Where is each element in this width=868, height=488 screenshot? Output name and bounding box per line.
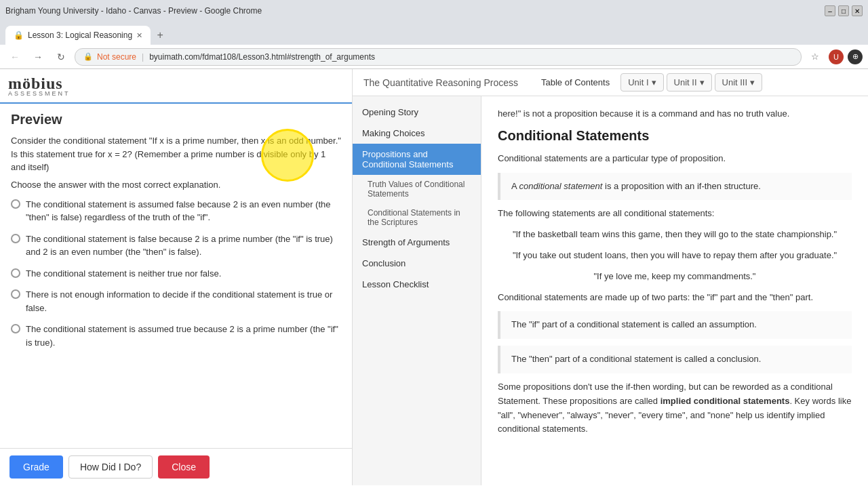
option-radio-4[interactable] <box>11 289 20 299</box>
toc-item-propositions[interactable]: Propositions and Conditional Statements <box>353 144 481 175</box>
title-bar: Brigham Young University - Idaho - Canva… <box>0 0 868 22</box>
option-item-5: The conditional statement is assumed tru… <box>11 323 341 349</box>
unit3-dropdown-icon: ▾ <box>750 77 755 87</box>
mobius-brand-sub: ASSESSMENT <box>8 90 71 97</box>
course-title: The Quantitative Reasoning Process <box>363 77 518 88</box>
unit2-dropdown-icon: ▾ <box>700 77 705 87</box>
maximize-button[interactable]: □ <box>838 5 849 16</box>
question-container: Consider the conditional statement "If x… <box>11 134 341 174</box>
blockquote-text-2: The "if" part of a conditional statement… <box>511 319 757 329</box>
option-item-1: The conditional statement is assumed fal… <box>11 198 341 224</box>
right-panel: The Quantitative Reasoning Process Table… <box>353 69 868 485</box>
option-text-2: The conditional statement is false becau… <box>26 232 341 259</box>
nav-unit-1[interactable]: Unit I ▾ <box>620 73 663 92</box>
close-window-button[interactable]: ✕ <box>852 5 863 16</box>
address-input[interactable]: 🔒 Not secure | byuimath.com/fdmat108/Les… <box>75 48 802 66</box>
course-nav-items: Table of Contents Unit I ▾ Unit II ▾ Uni… <box>532 73 764 92</box>
toc-item-making-choices[interactable]: Making Choices <box>353 123 481 144</box>
tab-close-button[interactable]: ✕ <box>136 31 142 40</box>
option-radio-2[interactable] <box>11 234 20 243</box>
bold-implied: implied conditional statements <box>660 396 790 406</box>
bottom-action-bar: Grade How Did I Do? Close <box>0 448 352 485</box>
preview-title: Preview <box>11 112 341 127</box>
option-item-2: The conditional statement is false becau… <box>11 232 341 259</box>
section-title-conditional: Conditional Statements <box>498 128 852 144</box>
blockquote-text-1: A conditional statement is a proposition… <box>511 181 761 191</box>
option-text-4: There is not enough information to decid… <box>26 288 341 314</box>
tab-bar: 🔒 Lesson 3: Logical Reasoning ✕ + <box>0 22 868 45</box>
blockquote-definition: A conditional statement is a proposition… <box>498 173 852 201</box>
account-button[interactable]: U <box>829 49 844 64</box>
option-text-3: The conditional statement is neither tru… <box>26 267 221 281</box>
not-secure-label: Not secure <box>97 52 136 62</box>
bookmark-button[interactable]: ☆ <box>806 47 825 66</box>
option-radio-5[interactable] <box>11 324 20 333</box>
options-list: The conditional statement is assumed fal… <box>11 198 341 350</box>
close-button[interactable]: Close <box>158 455 210 479</box>
option-radio-1[interactable] <box>11 199 20 209</box>
example-2: "If you take out student loans, then you… <box>498 249 852 263</box>
tab-favicon: 🔒 <box>14 30 24 40</box>
mobius-logo: möbius ASSESSMENT <box>8 75 71 97</box>
preview-area: Preview Consider the conditional stateme… <box>0 104 352 448</box>
blockquote-text-3: The "then" part of a conditional stateme… <box>511 354 761 364</box>
option-item-4: There is not enough information to decid… <box>11 288 341 314</box>
question-text: Consider the conditional statement "If x… <box>11 134 341 174</box>
unit1-dropdown-icon: ▾ <box>652 77 656 87</box>
security-icon: 🔒 <box>83 52 93 61</box>
intro-paragraph: Conditional statements are a particular … <box>498 152 852 166</box>
reading-area: here!" is not a proposition because it i… <box>481 96 868 485</box>
two-parts-paragraph: Conditional statements are made up of tw… <box>498 291 852 305</box>
address-text: byuimath.com/fdmat108/Lesson3.html#stren… <box>149 52 375 62</box>
minimize-button[interactable]: – <box>825 5 835 16</box>
tab-label: Lesson 3: Logical Reasoning <box>28 30 132 40</box>
option-item-3: The conditional statement is neither tru… <box>11 267 341 281</box>
toc-sidebar: Opening Story Making Choices Proposition… <box>353 96 481 485</box>
example-3: "If ye love me, keep my commandments." <box>498 270 852 284</box>
window-controls[interactable]: – □ ✕ <box>825 5 863 16</box>
toc-item-strength[interactable]: Strength of Arguments <box>353 232 481 253</box>
toc-item-conclusion[interactable]: Conclusion <box>353 253 481 274</box>
mobius-header: möbius ASSESSMENT <box>0 69 352 104</box>
blockquote-assumption: The "if" part of a conditional statement… <box>498 311 852 339</box>
option-radio-3[interactable] <box>11 268 20 278</box>
grade-button[interactable]: Grade <box>9 455 63 479</box>
toc-item-opening-story[interactable]: Opening Story <box>353 102 481 123</box>
nav-unit-3[interactable]: Unit III ▾ <box>715 73 763 92</box>
nav-unit-2[interactable]: Unit II ▾ <box>667 73 712 92</box>
course-nav: The Quantitative Reasoning Process Table… <box>353 69 868 96</box>
reload-button[interactable]: ↻ <box>52 47 71 66</box>
implied-paragraph: Some propositions don't use the if-then … <box>498 380 852 436</box>
address-bar: ← → ↻ 🔒 Not secure | byuimath.com/fdmat1… <box>0 45 868 69</box>
new-tab-button[interactable]: + <box>151 26 170 45</box>
browser-title: Brigham Young University - Idaho - Canva… <box>5 6 819 16</box>
active-tab[interactable]: 🔒 Lesson 3: Logical Reasoning ✕ <box>5 26 151 45</box>
above-text: here!" is not a proposition because it i… <box>498 107 852 121</box>
content-area: Opening Story Making Choices Proposition… <box>353 96 868 485</box>
example-1: "If the basketball team wins this game, … <box>498 228 852 242</box>
italic-conditional: conditional statement <box>519 181 603 191</box>
option-text-5: The conditional statement is assumed tru… <box>26 323 341 349</box>
blockquote-conclusion: The "then" part of a conditional stateme… <box>498 346 852 373</box>
nav-table-of-contents[interactable]: Table of Contents <box>532 73 619 92</box>
back-button[interactable]: ← <box>5 47 24 66</box>
option-text-1: The conditional statement is assumed fal… <box>26 198 341 224</box>
main-content: möbius ASSESSMENT Preview Consider the c… <box>0 69 868 485</box>
left-panel: möbius ASSESSMENT Preview Consider the c… <box>0 69 353 485</box>
following-paragraph: The following statements are all conditi… <box>498 207 852 221</box>
toc-item-checklist[interactable]: Lesson Checklist <box>353 274 481 295</box>
forward-button[interactable]: → <box>28 47 47 66</box>
toc-item-truth-values[interactable]: Truth Values of Conditional Statements <box>353 175 481 203</box>
how-did-i-do-button[interactable]: How Did I Do? <box>68 455 153 479</box>
extensions-button[interactable]: ⊕ <box>848 49 863 64</box>
toc-item-conditional-scriptures[interactable]: Conditional Statements in the Scriptures <box>353 203 481 232</box>
choose-instruction: Choose the answer with the most correct … <box>11 180 341 190</box>
